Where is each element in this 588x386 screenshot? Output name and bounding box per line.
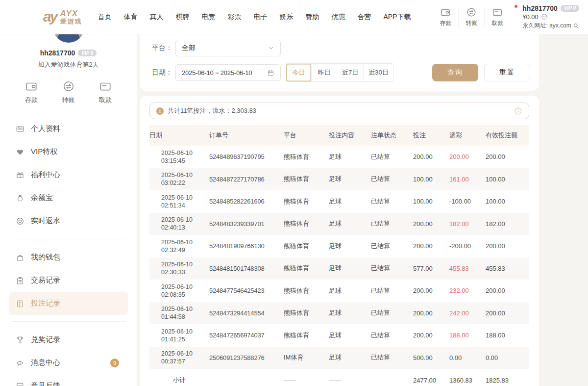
date-range-input[interactable]: 2025-06-10 ~ 2025-06-10 [175,64,281,81]
menu-item-label: VIP特权 [31,147,57,156]
sidebar-menu-item[interactable]: 个人资料 [9,117,128,140]
table-footer-row: 小计 —— —— 2477.00 1360.83 1825.83 [149,369,529,386]
join-days-text: 加入爱游戏体育第2天 [0,60,137,69]
sidebar-quick-action[interactable]: 取款 [91,80,120,104]
plus-circle-icon[interactable] [514,107,522,115]
menu-item-label: 兑奖记录 [31,335,60,344]
sidebar: hh2817700 VIP 0 加入爱游戏体育第2天 存款 转账 取款 个人资料… [0,34,137,386]
top-header: ay AYX 爱游戏 首页体育真人棋牌电竞彩票电子娱乐赞助优惠合营APP下载 存… [0,0,588,34]
brand-name-en: AYX [60,9,82,18]
cell-order-number: 5248473294414554 [209,309,284,317]
date-range-button[interactable]: 今日 [286,64,312,81]
action-icon [466,7,477,18]
header-quick-action[interactable]: 存款 [433,7,458,27]
date-range-button[interactable]: 近30日 [364,64,393,81]
nav-item[interactable]: 合营 [357,13,371,22]
platform-selected-value: 全部 [182,44,196,52]
cell-date: 2025-06-10 [161,149,206,157]
menu-item-icon [16,148,24,156]
action-icon [99,80,112,93]
nav-item[interactable]: 彩票 [227,13,241,22]
cell-status: 已结算 [371,153,413,161]
balance-dropdown-icon[interactable] [541,13,548,20]
chevron-down-icon [268,45,274,51]
cell-date: 2025-06-10 [161,305,206,313]
table-row: 2025-06-10 02:30:33 5248481501748308 熊猫体… [149,257,529,280]
sidebar-quick-action[interactable]: 存款 [17,80,46,104]
brand-logo[interactable]: ay AYX 爱游戏 [43,9,82,25]
main-nav: 首页体育真人棋牌电竞彩票电子娱乐赞助优惠合营APP下载 [98,13,411,22]
nav-item[interactable]: APP下载 [383,13,411,22]
table-row: 2025-06-10 00:37:57 2506091237588276 IM体… [149,347,529,369]
cell-bet-content: 足球 [329,153,371,161]
column-header: 日期 [149,131,209,140]
cell-platform: 熊猫体育 [284,197,329,206]
sidebar-menu-item[interactable]: 福利中心 [9,163,128,186]
nav-item[interactable]: 真人 [149,13,163,22]
sidebar-vip-badge: VIP 0 [78,50,97,56]
header-quick-action[interactable]: 转账 [458,7,484,27]
sidebar-menu-item[interactable]: 实时返水 [9,209,128,232]
cell-payout: -200.00 [449,242,486,250]
cell-time: 02:40:13 [161,224,206,232]
cell-bet-amount: 577.00 [413,265,449,272]
cell-bet-amount: 200.00 [413,309,449,317]
date-range-button[interactable]: 近7日 [337,64,364,81]
sidebar-menu-item[interactable]: 兑奖记录 [9,328,128,351]
column-header: 投注内容 [329,131,371,140]
cell-order-number: 5248483239339701 [209,220,284,228]
column-header: 派彩 [449,131,486,140]
user-chip: hh2817700 VIP 0 ¥0.00 永久网址: ayx.com [518,4,579,30]
nav-item[interactable]: 赞助 [305,13,319,22]
sidebar-menu-item[interactable]: 消息中心 9 [9,351,128,374]
cell-status: 已结算 [371,309,413,317]
cell-time: 01:44:58 [161,313,206,321]
menu-item-label: 投注记录 [31,299,60,308]
cell-status: 已结算 [371,264,413,273]
cell-date: 2025-06-10 [161,216,206,224]
search-button[interactable]: 查询 [432,64,478,81]
cell-valid-amount: 188.00 [486,332,529,339]
calendar-icon [267,69,274,77]
nav-item[interactable]: 娱乐 [279,13,293,22]
nav-item[interactable]: 体育 [123,13,137,22]
sidebar-menu-item[interactable]: 我的钱包 [9,246,128,269]
cell-bet-content: 足球 [329,219,371,228]
platform-select[interactable]: 全部 [175,40,281,56]
cell-date: 2025-06-10 [161,238,206,246]
cell-status: 已结算 [371,197,413,206]
cell-valid-amount: 100.00 [486,198,529,205]
sidebar-menu-item[interactable]: VIP特权 [9,140,128,163]
search-icon[interactable] [573,23,579,29]
subtotal-platform: —— [284,377,329,384]
cell-time: 03:15:45 [161,157,206,165]
subtotal-valid: 1825.83 [486,377,529,384]
reset-button[interactable]: 重置 [484,64,530,81]
bet-records-panel: i 共计11笔投注，流水：2,303.83 日期订单号平台投注内容注单状态投注派… [140,96,539,386]
nav-item[interactable]: 优惠 [331,13,345,22]
subtotal-content: —— [329,377,371,384]
cell-date: 2025-06-10 [161,260,206,268]
date-quick-ranges: 今日昨日近7日近30日 [286,63,394,82]
sidebar-menu-item[interactable]: 余额宝 [9,186,128,209]
sidebar-menu-item[interactable]: 交易记录 [9,269,128,292]
nav-item[interactable]: 电子 [253,13,267,22]
cell-payout: -100.00 [449,198,486,205]
menu-item-label: 意见反馈 [31,381,60,386]
nav-item[interactable]: 电竞 [201,13,215,22]
sidebar-menu-item[interactable]: 意见反馈 [9,374,128,386]
cell-bet-content: 足球 [329,264,371,273]
column-header: 注单状态 [371,131,413,140]
cell-valid-amount: 200.00 [486,309,529,317]
menu-item-label: 实时返水 [31,216,60,226]
cell-bet-amount: 200.00 [413,332,449,339]
sidebar-quick-action[interactable]: 转账 [54,80,83,104]
date-range-button[interactable]: 昨日 [312,64,337,81]
nav-item[interactable]: 首页 [98,13,111,22]
cell-date: 2025-06-10 [161,350,206,358]
nav-item[interactable]: 棋牌 [175,13,189,22]
header-quick-actions: 存款 转账 取款 [433,7,510,27]
header-quick-action[interactable]: 取款 [484,7,510,27]
cell-bet-amount: 200.00 [413,242,449,250]
sidebar-menu-item[interactable]: 投注记录 [9,292,128,315]
